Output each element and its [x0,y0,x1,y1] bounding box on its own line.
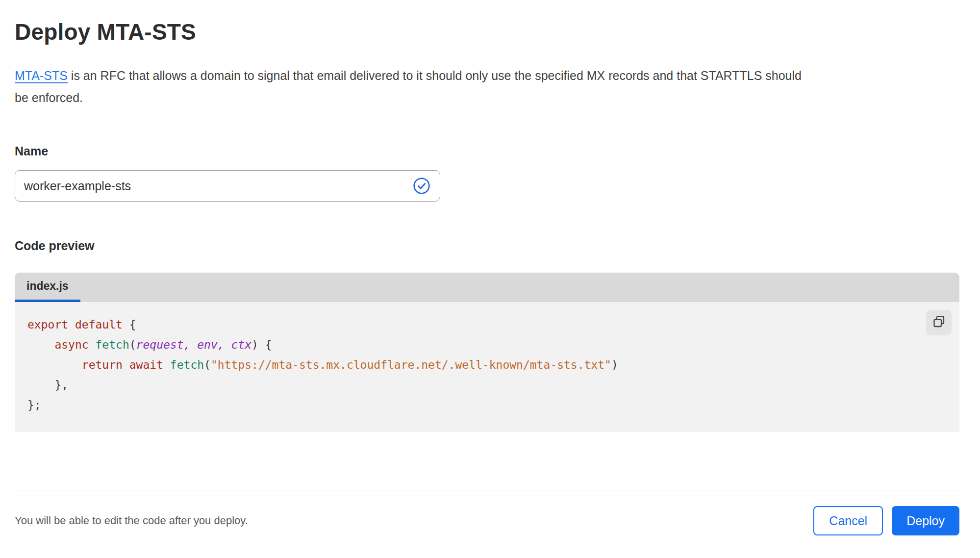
description-text: is an RFC that allows a domain to signal… [15,69,802,104]
copy-code-button[interactable] [926,310,952,335]
name-input-wrap [15,170,440,202]
footer-actions: Cancel Deploy [813,506,959,535]
deploy-mta-sts-page: Deploy MTA-STS MTA-STS is an RFC that al… [0,0,980,535]
mta-sts-link[interactable]: MTA-STS [15,69,68,82]
copy-icon [932,315,946,330]
code-preview-card: index.js export default { async fetch(re… [15,273,959,432]
footer-divider [15,490,959,490]
check-circle-icon [413,177,430,195]
footer-note: You will be able to edit the code after … [15,514,248,527]
code-tabbar: index.js [15,273,959,302]
code-preview-label: Code preview [15,239,959,253]
name-input[interactable] [15,170,440,202]
footer: You will be able to edit the code after … [15,506,959,535]
cancel-button[interactable]: Cancel [813,506,883,535]
tab-index-js[interactable]: index.js [15,273,80,302]
page-title: Deploy MTA-STS [15,19,959,45]
code-content: export default { async fetch(request, en… [27,315,950,415]
name-label: Name [15,144,959,158]
description: MTA-STS is an RFC that allows a domain t… [15,65,809,109]
code-editor: export default { async fetch(request, en… [15,302,959,432]
deploy-button[interactable]: Deploy [892,506,959,535]
